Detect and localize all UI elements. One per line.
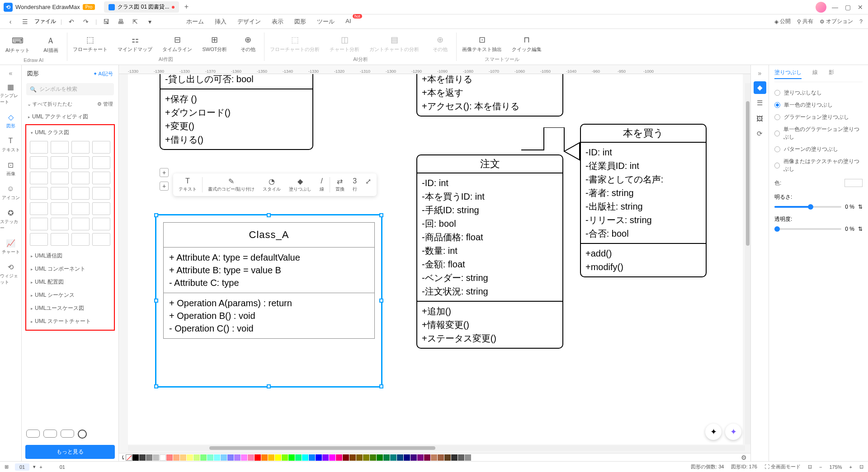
uml-class-a-selected[interactable]: Class_A + Attribute A: type = defaultVal… [163, 222, 375, 339]
text-tool-button[interactable]: Tテキスト [175, 175, 200, 194]
fill-none-radio[interactable]: 塗りつぶしなし [774, 87, 863, 99]
rail-widget[interactable]: ⟲ウィジェット [0, 259, 21, 289]
color-swatch[interactable] [329, 454, 335, 461]
shape-thumb[interactable] [30, 172, 48, 184]
chevron-down-icon[interactable]: ▾ [145, 17, 155, 27]
expand-icon[interactable]: ⤢ [362, 175, 375, 194]
cat-seq[interactable]: UML シーケンス [27, 289, 113, 302]
fill-image-radio[interactable]: 画像またはテクスチャの塗りつぶし [774, 155, 863, 175]
cat-comp[interactable]: UML コンポーネント [27, 262, 113, 276]
text-tab-icon[interactable]: ☰ [754, 97, 766, 109]
row-count[interactable]: 3行 [349, 175, 361, 194]
color-swatch[interactable] [282, 454, 288, 461]
rail-icon[interactable]: ☺アイコン [0, 181, 21, 205]
swot-button[interactable]: ⊞SWOT分析 [202, 32, 227, 56]
color-swatch[interactable] [458, 454, 464, 461]
share-button[interactable]: ⚲ 共有 [797, 18, 813, 25]
shape-thumb[interactable] [51, 202, 69, 215]
line-button[interactable]: /線 [316, 175, 328, 194]
color-swatch[interactable] [356, 454, 363, 461]
cat-comm[interactable]: UML通信図 [27, 249, 113, 262]
color-swatch[interactable] [363, 454, 369, 461]
hamburger-icon[interactable]: ☰ [20, 17, 30, 27]
color-swatch[interactable] [370, 454, 376, 461]
color-swatch[interactable] [444, 454, 451, 461]
back-button[interactable]: ‹ [5, 17, 15, 27]
color-swatch[interactable] [261, 454, 268, 461]
rail-text[interactable]: Tテキスト [0, 133, 21, 157]
gantt-analysis-button[interactable]: ▤ガントチャートの分析 [369, 32, 419, 56]
fold-all-button[interactable]: ⌄ すべて折りたたむ [27, 101, 72, 107]
rail-template[interactable]: ▦テンプレート [0, 79, 21, 109]
shape-thumb[interactable] [51, 187, 69, 200]
print-icon[interactable]: 🖶 [116, 17, 126, 27]
color-swatch[interactable] [322, 454, 329, 461]
color-swatch[interactable] [349, 454, 356, 461]
color-swatch[interactable] [451, 454, 458, 461]
close-button[interactable]: ✕ [856, 3, 864, 11]
fill-button[interactable]: ◆塗りつぶし [285, 175, 315, 194]
fill-tab-icon[interactable]: ◆ [754, 81, 766, 94]
rail-shapes[interactable]: ◇図形 [0, 109, 21, 133]
recent-shape[interactable] [78, 430, 87, 439]
options-button[interactable]: ⚙ オプション [820, 18, 853, 25]
color-swatch[interactable] [268, 454, 274, 461]
rail-image[interactable]: ⊡画像 [0, 157, 21, 181]
color-swatch[interactable] [383, 454, 390, 461]
color-swatch[interactable] [132, 454, 139, 461]
color-swatch[interactable] [288, 454, 295, 461]
menu-insert[interactable]: 挿入 [215, 18, 226, 26]
user-avatar[interactable] [816, 2, 826, 13]
zoom-in-button[interactable]: + [849, 464, 852, 470]
sparkle-fab[interactable]: ✦ [705, 424, 722, 440]
color-swatch[interactable] [200, 454, 207, 461]
file-menu[interactable]: ファイル [34, 18, 56, 25]
add-row-button[interactable]: + [160, 168, 169, 177]
document-tab[interactable]: クラス図 01 図書貸... [104, 1, 179, 13]
shape-thumb[interactable] [71, 187, 90, 200]
undo-button[interactable]: ↶ [66, 17, 76, 27]
color-swatch[interactable] [438, 454, 444, 461]
brightness-slider[interactable] [774, 206, 841, 208]
color-swatch[interactable] [377, 454, 383, 461]
tab-fill[interactable]: 塗りつぶし [774, 69, 802, 79]
rail-sticker[interactable]: ✪ステッカー [0, 205, 21, 235]
shape-thumb[interactable] [92, 233, 110, 246]
menu-design[interactable]: デザイン [237, 18, 261, 26]
menu-home[interactable]: ホーム [186, 18, 204, 26]
cat-activity[interactable]: UML アクティビティ図 [24, 110, 116, 123]
shape-thumb[interactable] [92, 141, 110, 154]
color-swatch[interactable] [295, 454, 302, 461]
fill-gradient-radio[interactable]: グラデーション塗りつぶし [774, 111, 863, 123]
recent-shape[interactable] [61, 430, 74, 438]
palette-settings-icon[interactable]: ⚙ [739, 454, 749, 461]
menu-tool[interactable]: ツール [317, 18, 335, 26]
shapes-search-input[interactable]: 🔍 シンボルを検索 [26, 83, 114, 95]
uml-class-order[interactable]: 注文 -ID: int -本を買うID: int -手紙ID: string -… [416, 154, 563, 349]
color-swatch[interactable] [316, 454, 322, 461]
color-swatch[interactable] [207, 454, 213, 461]
shape-thumb[interactable] [71, 202, 90, 215]
timeline-button[interactable]: ⊟タイムライン [162, 32, 192, 56]
maximize-button[interactable]: ▢ [844, 3, 852, 11]
shape-thumb[interactable] [92, 156, 110, 169]
color-swatch[interactable] [187, 454, 193, 461]
color-swatch[interactable] [166, 454, 173, 461]
publish-button[interactable]: ◈ 公開 [774, 18, 791, 25]
canvas[interactable]: -貸し出しの可否: bool +保存 () +ダウンロード() +変更() +借… [119, 74, 750, 463]
fill-solid-gradient-radio[interactable]: 単一色のグラデーション塗りつぶし [774, 123, 863, 143]
color-swatch[interactable] [336, 454, 342, 461]
uml-class-book[interactable]: -貸し出しの可否: bool +保存 () +ダウンロード() +変更() +借… [160, 74, 313, 150]
ai-sign-button[interactable]: ✦ AI記号 [93, 70, 113, 77]
ai-fab[interactable]: ✦ [725, 424, 741, 440]
opacity-slider[interactable] [774, 228, 841, 230]
add-sheet-button[interactable]: + [39, 464, 42, 470]
shape-thumb[interactable] [30, 141, 48, 154]
color-swatch[interactable] [146, 454, 152, 461]
mindmap-button[interactable]: ⚏マインドマップ [118, 32, 152, 56]
cat-deploy[interactable]: UML 配置図 [27, 276, 113, 289]
style-button[interactable]: ◔スタイル [259, 175, 284, 194]
color-swatch[interactable] [180, 454, 186, 461]
shape-thumb[interactable] [30, 156, 48, 169]
color-swatch[interactable] [410, 454, 417, 461]
